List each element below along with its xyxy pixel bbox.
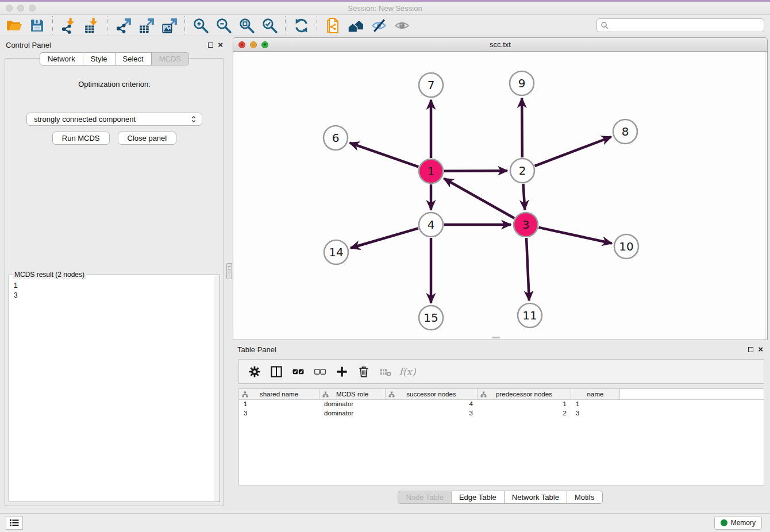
export-network-button[interactable]: [111, 16, 134, 35]
control-panel: Control Panel × Network Style Select MCD…: [0, 37, 229, 513]
show-all-button[interactable]: [390, 16, 413, 35]
tree-icon: [480, 391, 487, 398]
zoom-out-icon: [215, 17, 232, 34]
table-body: 1dominator4113dominator323: [239, 400, 764, 418]
zoom-in-button[interactable]: [189, 16, 212, 35]
tab-motifs[interactable]: Motifs: [567, 491, 603, 504]
export-table-button[interactable]: [134, 16, 157, 35]
table-row[interactable]: 3dominator323: [239, 409, 764, 418]
table-settings-button[interactable]: [244, 361, 265, 383]
network-window-titlebar[interactable]: scc.txt × − +: [233, 38, 767, 52]
float-table-panel-icon[interactable]: [748, 347, 753, 352]
table-toolbar: f(x): [238, 359, 764, 384]
export-image-button[interactable]: [157, 16, 180, 35]
network-canvas[interactable]: 7968124314101511: [233, 52, 767, 340]
import-table-button[interactable]: [80, 16, 103, 35]
task-history-button[interactable]: [6, 516, 23, 530]
list-icon: [9, 519, 20, 527]
graph-node-label: 10: [619, 240, 633, 253]
graph-edge-2-9[interactable]: [522, 98, 522, 157]
column-header-name[interactable]: name: [571, 389, 620, 399]
zoom-selected-button[interactable]: [258, 16, 281, 35]
toolbar-separator: [285, 16, 286, 34]
refresh-button[interactable]: [290, 16, 313, 35]
table-tabs: Node Table Edge Table Network Table Moti…: [398, 491, 602, 504]
eye-slash-icon: [371, 17, 387, 34]
table-cell: 1: [478, 400, 571, 409]
tree-icon: [388, 391, 395, 398]
zoom-selected-icon: [261, 17, 278, 34]
deselect-all-button[interactable]: [309, 361, 331, 383]
open-session-button[interactable]: [2, 16, 25, 35]
graph-node-label: 7: [428, 78, 435, 92]
memory-button[interactable]: Memory: [714, 516, 762, 530]
eye-icon: [394, 17, 410, 34]
tab-mcds[interactable]: MCDS: [152, 52, 189, 65]
hide-selected-button[interactable]: [367, 16, 390, 35]
network-graph[interactable]: 7968124314101511: [233, 52, 767, 340]
graph-node-label: 11: [522, 309, 537, 322]
houses-icon: [348, 17, 364, 34]
mcds-result-item: 3: [14, 291, 215, 300]
select-all-button[interactable]: [287, 361, 309, 383]
tab-style[interactable]: Style: [83, 52, 116, 65]
export-network-icon: [115, 17, 132, 34]
tab-edge-table[interactable]: Edge Table: [452, 491, 505, 504]
optimization-criterion-select[interactable]: strongly connected component: [26, 113, 202, 126]
neighbors-button[interactable]: [344, 16, 367, 35]
graph-edge-2-3[interactable]: [523, 184, 525, 210]
float-panel-icon[interactable]: [208, 43, 213, 48]
graph-node-label: 6: [332, 131, 340, 145]
graph-edge-2-8[interactable]: [535, 137, 611, 166]
plus-icon: [335, 365, 349, 379]
open-folder-icon: [6, 17, 22, 34]
graph-node-label: 9: [518, 76, 526, 90]
add-column-button[interactable]: [331, 361, 353, 383]
column-header-mcds-role[interactable]: MCDS role: [319, 389, 386, 399]
column-header-predecessor-nodes[interactable]: predecessor nodes: [478, 389, 571, 399]
columns-icon: [270, 365, 283, 379]
run-mcds-button[interactable]: Run MCDS: [52, 132, 110, 145]
delete-table-icon: [379, 365, 392, 379]
toolbar-separator: [107, 16, 107, 34]
mcds-result-item: 1: [14, 281, 215, 291]
tab-network[interactable]: Network: [40, 52, 83, 65]
graph-edge-3-10[interactable]: [538, 228, 611, 244]
network-vertical-scrollbar[interactable]: [765, 52, 765, 340]
table-cell: 3: [239, 409, 319, 418]
graph-node-label: 1: [428, 164, 435, 178]
control-panel-tabs: Network Style Select MCDS: [0, 52, 229, 65]
save-session-button[interactable]: [25, 16, 48, 35]
table-panel: Table Panel ×: [233, 342, 768, 513]
graph-edge-1-2[interactable]: [444, 171, 507, 171]
delete-column-button[interactable]: [353, 361, 375, 383]
close-panel-button[interactable]: Close panel: [118, 132, 177, 145]
tab-network-table[interactable]: Network Table: [505, 491, 567, 504]
toggle-columns-button[interactable]: [265, 361, 287, 383]
import-network-button[interactable]: [57, 16, 80, 35]
zoom-fit-button[interactable]: [235, 16, 258, 35]
mcds-result-list[interactable]: 1 3: [9, 275, 220, 300]
column-header-successor-nodes[interactable]: successor nodes: [386, 389, 478, 399]
column-header-shared-name[interactable]: shared name: [239, 389, 319, 399]
panel-splitter-grip[interactable]: [226, 263, 232, 279]
header-filler: [620, 389, 764, 399]
graph-edge-3-1[interactable]: [444, 179, 514, 218]
deselect-all-icon: [313, 365, 327, 379]
table-row[interactable]: 1dominator411: [239, 400, 764, 409]
table-cell: dominator: [319, 400, 386, 409]
new-network-button[interactable]: [321, 16, 344, 35]
graph-edge-1-6[interactable]: [350, 143, 419, 167]
zoom-out-button[interactable]: [212, 16, 235, 35]
search-input[interactable]: [596, 18, 764, 32]
graph-edge-3-11[interactable]: [526, 238, 529, 300]
graph-edge-4-14[interactable]: [351, 228, 418, 248]
close-table-panel-icon[interactable]: ×: [758, 346, 763, 352]
select-all-icon: [291, 365, 305, 379]
tab-node-table[interactable]: Node Table: [398, 491, 452, 504]
network-horizontal-scroll-grip[interactable]: [492, 337, 500, 338]
tab-select[interactable]: Select: [116, 52, 152, 65]
search-box: [596, 18, 764, 32]
result-scrollbar[interactable]: [214, 276, 219, 501]
close-panel-icon[interactable]: ×: [218, 42, 223, 48]
